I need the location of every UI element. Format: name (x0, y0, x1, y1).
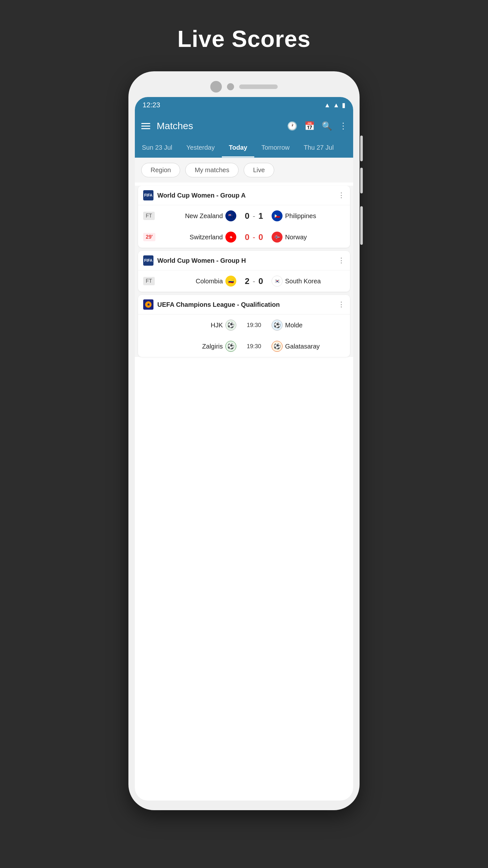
match-row-ch-no[interactable]: 29' Switzerland 🇨🇭 0 - 0 🇳🇴 Norway (138, 226, 350, 248)
league-logo-fifa-h: FIFA (143, 255, 154, 266)
match-group-ucl: ★ UEFA Champions League - Qualification … (138, 295, 350, 357)
league-row-ucl: ★ UEFA Champions League - Qualification … (138, 295, 350, 314)
team-away-galatasaray: ⚽ Galatasaray (271, 341, 345, 352)
team-home-nz: New Zealand 🇳🇿 (163, 210, 236, 221)
away-team-name-kr: South Korea (285, 278, 321, 285)
match-group-wcw-h: FIFA World Cup Women - Group H ⋮ FT Colo… (138, 251, 350, 292)
team-home-hjk: HJK ⚽ (163, 320, 236, 331)
match-row-nz-ph[interactable]: FT New Zealand 🇳🇿 0 - 1 🇵🇭 Philippines (138, 205, 350, 226)
home-flag-ch: 🇨🇭 (225, 231, 236, 243)
more-vertical-icon[interactable]: ⋮ (339, 121, 347, 131)
team-home-ch: Switzerland 🇨🇭 (163, 231, 236, 243)
date-tab-yesterday[interactable]: Yesterday (180, 139, 222, 157)
league-logo-fifa-a: FIFA (143, 190, 154, 200)
score-block-zalgiris-gala: 19:30 (239, 343, 268, 350)
filter-live[interactable]: Live (244, 163, 274, 177)
date-tab-tomorrow[interactable]: Tomorrow (254, 139, 297, 157)
score-block-co-kr: 2 - 0 (239, 276, 268, 286)
match-row-co-kr[interactable]: FT Colombia 🇨🇴 2 - 0 🇰🇷 South Korea (138, 271, 350, 292)
match-row-hjk-molde[interactable]: HJK ⚽ 19:30 ⚽ Molde (138, 314, 350, 336)
score-sep-ch-no: - (253, 232, 255, 242)
team-away-molde: ⚽ Molde (271, 320, 345, 331)
away-team-name-no: Norway (285, 234, 307, 241)
team-away-ph: 🇵🇭 Philippines (271, 210, 345, 221)
status-time: 12:23 (142, 101, 160, 109)
header-title: Matches (157, 121, 281, 131)
home-score-nz: 0 (245, 211, 250, 221)
league-name-wcw-h: World Cup Women - Group H (157, 257, 334, 265)
earpiece-speaker (239, 85, 278, 89)
away-score-kr: 0 (258, 276, 263, 286)
home-team-name-ch: Switzerland (190, 234, 223, 241)
league-name-ucl: UEFA Champions League - Qualification (157, 301, 334, 308)
volume-up-button[interactable] (360, 135, 363, 161)
league-more-icon-h[interactable]: ⋮ (338, 256, 345, 265)
away-team-name-ph: Philippines (285, 212, 316, 220)
match-time-hjk-molde: 19:30 (246, 322, 262, 329)
search-icon[interactable]: 🔍 (322, 121, 332, 131)
phone-shell: 12:23 ▲ ▲ ▮ Matches 🕐 📅 🔍 ⋮ (128, 71, 360, 810)
score-separator-nz-ph: - (253, 211, 255, 220)
filter-bar: Region My matches Live (135, 158, 353, 183)
match-status-ch-no: 29' (143, 233, 160, 241)
team-away-kr: 🇰🇷 South Korea (271, 276, 345, 286)
away-flag-kr: 🇰🇷 (271, 276, 283, 286)
away-badge-molde: ⚽ (271, 320, 283, 331)
clock-icon[interactable]: 🕐 (287, 121, 297, 131)
status-icons: ▲ ▲ ▮ (324, 101, 346, 109)
calendar-icon[interactable]: 📅 (304, 121, 315, 131)
app-header: Matches 🕐 📅 🔍 ⋮ (135, 113, 353, 139)
home-flag-nz: 🇳🇿 (225, 210, 236, 221)
league-row-wcw-h: FIFA World Cup Women - Group H ⋮ (138, 251, 350, 271)
phone-screen: 12:23 ▲ ▲ ▮ Matches 🕐 📅 🔍 ⋮ (135, 97, 353, 801)
uefa-star-icon: ★ (147, 302, 150, 307)
score-sep-co-kr: - (253, 277, 255, 286)
away-score-ph: 1 (258, 211, 263, 221)
home-score-ch: 0 (245, 232, 250, 242)
score-block-ch-no: 0 - 0 (239, 232, 268, 242)
date-tabs: Sun 23 Jul Yesterday Today Tomorrow Thu … (135, 139, 353, 158)
battery-icon: ▮ (342, 101, 346, 109)
away-flag-ph: 🇵🇭 (271, 210, 283, 221)
home-score-co: 2 (245, 276, 250, 286)
away-flag-no: 🇳🇴 (271, 231, 283, 243)
league-more-icon-a[interactable]: ⋮ (338, 191, 345, 199)
match-status-co-kr: FT (143, 277, 160, 285)
power-button[interactable] (360, 206, 363, 245)
menu-icon[interactable] (141, 123, 150, 129)
date-tab-today[interactable]: Today (222, 139, 254, 157)
match-time-zalgiris-gala: 19:30 (246, 343, 262, 350)
filter-my-matches[interactable]: My matches (185, 163, 238, 177)
status-bar: 12:23 ▲ ▲ ▮ (135, 97, 353, 113)
league-more-icon-ucl[interactable]: ⋮ (338, 300, 345, 309)
sensor (227, 83, 234, 90)
team-away-no: 🇳🇴 Norway (271, 231, 345, 243)
home-badge-zalgiris: ⚽ (225, 341, 236, 352)
matches-scroll-area: FIFA World Cup Women - Group A ⋮ FT New … (135, 186, 353, 357)
team-home-co: Colombia 🇨🇴 (163, 276, 236, 286)
date-tab-sun23jul[interactable]: Sun 23 Jul (135, 139, 180, 157)
phone-top-bar (134, 81, 354, 93)
home-team-name-nz: New Zealand (185, 212, 223, 220)
league-row-wcw-a: FIFA World Cup Women - Group A ⋮ (138, 186, 350, 205)
league-logo-uefa: ★ (143, 300, 154, 310)
away-badge-galatasaray: ⚽ (271, 341, 283, 352)
away-team-name-galatasaray: Galatasaray (285, 343, 320, 350)
away-score-no: 0 (258, 232, 263, 242)
header-actions: 🕐 📅 🔍 ⋮ (287, 121, 347, 131)
match-row-zalgiris-gala[interactable]: Zalgiris ⚽ 19:30 ⚽ Galatasaray (138, 336, 350, 357)
team-home-zalgiris: Zalgiris ⚽ (163, 341, 236, 352)
filter-region[interactable]: Region (141, 163, 180, 177)
away-team-name-molde: Molde (285, 321, 302, 329)
score-block-nz-ph: 0 - 1 (239, 211, 268, 221)
front-camera (210, 81, 222, 93)
signal-icon: ▲ (333, 101, 339, 109)
league-name-wcw-a: World Cup Women - Group A (157, 192, 334, 199)
wifi-icon: ▲ (324, 101, 330, 109)
home-team-name-hjk: HJK (210, 321, 223, 329)
date-tab-thu27jul[interactable]: Thu 27 Jul (297, 139, 340, 157)
score-block-hjk-molde: 19:30 (239, 322, 268, 329)
volume-down-button[interactable] (360, 168, 363, 193)
home-flag-co: 🇨🇴 (225, 276, 236, 286)
home-team-name-zalgiris: Zalgiris (202, 343, 223, 350)
